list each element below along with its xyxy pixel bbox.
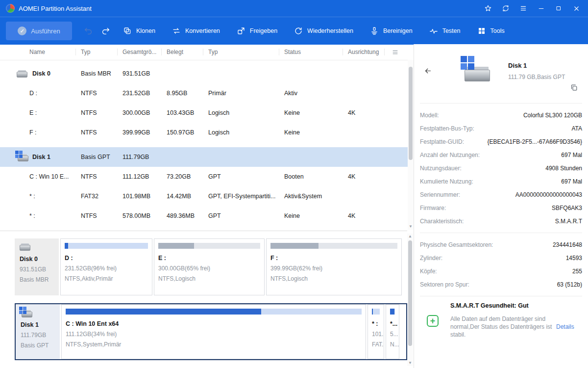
table-row[interactable]: * :FAT32101.98MB14.42MBGPT, EFI-Systempa… (0, 186, 408, 206)
menu-icon[interactable] (516, 2, 530, 15)
toolbar-button-testen[interactable]: Testen (429, 26, 461, 35)
scrollbar-thumb[interactable] (408, 240, 412, 346)
share-icon (237, 26, 245, 35)
detail-row: Seriennummer:AA000000000000000043 (420, 188, 582, 201)
diskmap-scrollbar[interactable]: ▲ ▼ (407, 234, 413, 366)
detail-row: Modell:Colorful SL300 120GB (420, 108, 582, 122)
disk-map: Disk 0931.51GBBasis MBRD :231.52GB(96% f… (0, 231, 407, 368)
scroll-up-icon[interactable]: ▲ (407, 234, 413, 239)
details-panel: Disk 1 111.79 GB,Basis GPT Modell:Colorf… (414, 44, 588, 368)
detail-groups: Modell:Colorful SL300 120GBFestplatten-B… (414, 104, 588, 296)
toolbar-button-bereinigen[interactable]: Bereinigen (370, 26, 413, 35)
detail-row: Festplatte-GUID:{EBECA1FB-2F5...-67A66F9… (420, 135, 582, 148)
detail-row: Festplatten-Bus-Typ:ATA (420, 122, 582, 135)
table-row[interactable]: Disk 1Basis GPT111.79GB (0, 147, 408, 167)
execute-label: Ausführen (31, 27, 60, 35)
usage-bar (372, 309, 380, 315)
copy-icon[interactable] (570, 83, 578, 92)
detail-disk-subtitle: 111.79 GB,Basis GPT (508, 74, 565, 80)
aomei-window: AOMEI Partition Assistant ✓ Ausführen Kl… (0, 0, 588, 368)
disk-group: Disk 1111.79GBBasis GPTC : Win 10 Ent x6… (15, 303, 407, 360)
table-scrollbar[interactable]: ▼ (408, 60, 414, 230)
detail-row: Nutzungsdauer:4908 Stunden (420, 161, 582, 175)
sync-icon[interactable] (499, 2, 513, 15)
toolbar-button-wiederherstellen[interactable]: Wiederherstellen (294, 26, 353, 35)
disk-table-body: Disk 0Basis MBR931.51GBD :NTFS231.52GB8.… (0, 60, 408, 235)
disk-card[interactable]: Disk 1111.79GBBasis GPT (16, 304, 60, 359)
usage-bar (66, 309, 362, 315)
detail-row: Zylinder:14593 (420, 251, 582, 264)
table-header: NameTypGesamtgrö...BelegtTypStatusAusric… (0, 44, 414, 60)
partition-card[interactable]: D :231.52GB(96% frei)NTFS,Aktiv,Primär (60, 238, 152, 295)
detail-row: Sektoren pro Spur:63 (512b) (420, 278, 582, 291)
toolbar: ✓ Ausführen KlonenKonvertierenFreigebenW… (0, 17, 588, 45)
toolbar-actions: KlonenKonvertierenFreigebenWiederherstel… (123, 26, 521, 35)
detail-row: Kumulierte Nutzung:697 Mal (420, 175, 582, 188)
minimize-button[interactable] (534, 2, 548, 15)
column-header[interactable]: Status (279, 44, 343, 60)
execute-button[interactable]: ✓ Ausführen (6, 22, 72, 40)
usage-bar (158, 243, 260, 249)
convert-icon (172, 26, 181, 35)
column-header[interactable]: Name (0, 44, 76, 60)
disk-win-icon (21, 309, 31, 317)
partition-card[interactable]: * :101...FAT... (368, 304, 384, 359)
back-icon[interactable] (424, 67, 432, 75)
column-header[interactable]: Ausrichtung (343, 44, 385, 60)
detail-row: Anzahl der Nutzungen:697 Mal (420, 148, 582, 161)
partition-card[interactable]: C : Win 10 Ent x64111.12GB(34% frei)NTFS… (61, 304, 366, 359)
check-circle-icon: ✓ (18, 26, 26, 35)
usage-bar (270, 243, 397, 249)
detail-row: Firmware:SBFQ6AK3 (420, 201, 582, 214)
detail-row: Köpfe:255 (420, 264, 582, 278)
smart-body: Alle Daten auf dem Datenträger sind norm… (450, 315, 552, 339)
health-plus-icon: + (427, 315, 439, 327)
table-row[interactable]: * :NTFS578.00MB489.36MBGPTKeine4K (0, 206, 408, 226)
column-header[interactable]: Typ (203, 44, 279, 60)
toolbar-button-tools[interactable]: Tools (477, 26, 505, 35)
restore-icon (294, 26, 303, 35)
detail-disk-title: Disk 1 (508, 62, 527, 69)
table-row[interactable]: F :NTFS399.99GB150.97GBLogischKeine (0, 123, 408, 142)
disk-card[interactable]: Disk 0931.51GBBasis MBR (15, 238, 59, 295)
scroll-down-icon[interactable]: ▼ (408, 224, 414, 230)
disk-group: Disk 0931.51GBBasis MBRD :231.52GB(96% f… (15, 238, 407, 295)
column-header[interactable]: Typ (76, 44, 118, 60)
toolbar-button-freigeben[interactable]: Freigeben (237, 26, 277, 35)
disk-win-icon (17, 153, 27, 161)
scroll-down-icon[interactable]: ▼ (407, 360, 413, 366)
detail-row: Physische Gesamtsektoren:234441648 (420, 238, 582, 251)
disk-icon (20, 243, 30, 251)
partition-card[interactable]: *...5...N... (386, 304, 399, 359)
tools-icon (477, 26, 486, 35)
close-button[interactable] (569, 2, 583, 15)
disk-icon (17, 70, 27, 78)
usage-bar (65, 243, 148, 249)
disk-gpt-icon (461, 56, 492, 84)
scrollbar-thumb[interactable] (409, 67, 413, 160)
column-header[interactable]: Belegt (162, 44, 203, 60)
maximize-button[interactable] (552, 2, 565, 15)
disk-list-area: NameTypGesamtgrö...BelegtTypStatusAusric… (0, 44, 414, 368)
undo-icon[interactable] (84, 26, 93, 36)
star-icon[interactable] (481, 2, 495, 15)
table-row[interactable]: D :NTFS231.52GB8.95GBPrimärAktiv (0, 83, 408, 103)
redo-icon[interactable] (101, 26, 110, 36)
test-icon (429, 26, 438, 35)
clean-icon (370, 26, 379, 35)
toolbar-button-konvertieren[interactable]: Konvertieren (172, 26, 220, 35)
smart-details-link[interactable]: Details (556, 323, 574, 330)
table-row[interactable]: C : Win 10 E...NTFS111.12GB73.20GBGPTBoo… (0, 167, 408, 186)
toolbar-button-klonen[interactable]: Klonen (123, 26, 155, 35)
app-logo-icon (6, 4, 15, 13)
smart-section: S.M.A.R.T Gesundheit: Gut + Alle Daten a… (414, 296, 588, 339)
usage-bar (390, 309, 395, 315)
table-row[interactable]: Disk 0Basis MBR931.51GB (0, 64, 408, 83)
partition-card[interactable]: E :300.00GB(65% frei)NTFS,Logisch (154, 238, 265, 295)
partition-card[interactable]: F :399.99GB(62% frei)NTFS,Logisch (266, 238, 402, 295)
clone-icon (123, 26, 132, 35)
column-header[interactable]: Gesamtgrö... (118, 44, 162, 60)
smart-title: S.M.A.R.T Gesundheit: Gut (450, 302, 582, 309)
column-chooser-icon[interactable] (392, 49, 399, 56)
table-row[interactable]: E :NTFS300.00GB103.43GBLogischKeine4K (0, 103, 408, 123)
